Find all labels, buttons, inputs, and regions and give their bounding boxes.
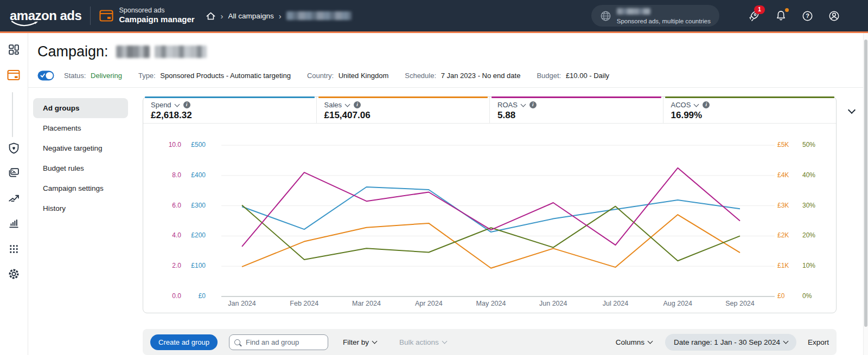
line-roas bbox=[242, 168, 740, 247]
line-sales bbox=[242, 215, 740, 268]
schedule-field: Schedule: 7 Jan 2023 - No end date bbox=[405, 72, 520, 80]
chevron-down-icon bbox=[648, 339, 653, 344]
acos-axis-tick: 20% bbox=[802, 231, 825, 239]
info-icon[interactable] bbox=[529, 101, 537, 108]
top-header: amazon ads Sponsored ads Campaign manage… bbox=[0, 0, 868, 31]
sidebar-item-settings[interactable] bbox=[7, 267, 21, 281]
bulk-actions-label: Bulk actions bbox=[399, 338, 439, 346]
sidebar-item-creative-assets[interactable] bbox=[7, 166, 21, 180]
budget-value: £10.00 - Daily bbox=[566, 72, 609, 80]
nav-item-budget-rules[interactable]: Budget rules bbox=[33, 158, 128, 178]
sales-axis-tick: £1K bbox=[777, 262, 800, 269]
x-axis-month-label: Apr 2024 bbox=[407, 300, 450, 307]
acos-axis-tick: 30% bbox=[802, 202, 825, 209]
type-value: Sponsored Products - Automatic targeting bbox=[160, 72, 291, 80]
home-icon bbox=[206, 11, 216, 21]
spend-axis-tick: £400 bbox=[183, 171, 206, 179]
breadcrumb-campaign-name-redacted[interactable] bbox=[286, 11, 352, 20]
help-button[interactable]: ? bbox=[802, 10, 813, 22]
acos-axis-tick: 50% bbox=[802, 141, 825, 149]
scrollbar-thumb[interactable] bbox=[864, 40, 867, 327]
date-range-dropdown[interactable]: Date range: 1 Jan - 30 Sep 2024 bbox=[665, 334, 796, 351]
sidebar-item-apps[interactable] bbox=[7, 242, 21, 256]
collapse-chart-button[interactable] bbox=[845, 105, 854, 115]
campaign-manager-active-icon bbox=[7, 69, 20, 81]
sidebar-item-campaign-manager[interactable] bbox=[7, 68, 21, 82]
metric-value: £2,618.32 bbox=[151, 110, 316, 121]
chevron-down-icon bbox=[783, 339, 789, 344]
chevron-down-icon[interactable] bbox=[520, 101, 526, 107]
create-ad-group-button[interactable]: Create ad group bbox=[150, 334, 218, 350]
breadcrumb-all-campaigns[interactable]: All campaigns bbox=[228, 12, 274, 20]
amazon-smile-icon bbox=[11, 21, 40, 27]
whats-new-button[interactable]: 1 bbox=[748, 10, 760, 22]
x-axis-month-label: May 2024 bbox=[469, 300, 513, 307]
breadcrumb-home[interactable] bbox=[206, 11, 216, 21]
help-icon: ? bbox=[802, 10, 813, 22]
nav-item-negative-targeting[interactable]: Negative targeting bbox=[33, 138, 128, 158]
nav-item-history[interactable]: History bbox=[33, 198, 128, 218]
amazon-ads-logo[interactable]: amazon ads bbox=[10, 8, 81, 23]
sidebar-item-dashboard[interactable] bbox=[7, 42, 21, 56]
metric-card-sales[interactable]: Sales £15,407.06 bbox=[316, 97, 490, 123]
sidebar-item-insights[interactable] bbox=[7, 191, 21, 205]
search-input[interactable] bbox=[245, 338, 323, 347]
sidebar-item-measurement[interactable] bbox=[7, 216, 21, 230]
columns-dropdown[interactable]: Columns bbox=[616, 338, 652, 346]
nav-item-ad-groups[interactable]: Ad groups bbox=[33, 98, 128, 118]
account-name-redacted bbox=[617, 8, 650, 15]
budget-field: Budget: £10.00 - Daily bbox=[537, 72, 609, 80]
campaign-name-redacted bbox=[116, 46, 150, 58]
nav-item-placements[interactable]: Placements bbox=[33, 118, 128, 138]
chevron-down-icon[interactable] bbox=[345, 101, 350, 107]
spend-axis-tick: £100 bbox=[183, 262, 206, 269]
band-divider bbox=[28, 87, 868, 88]
metric-card-roas[interactable]: ROAS 5.88 bbox=[489, 97, 663, 123]
type-label: Type: bbox=[138, 72, 156, 80]
nav-item-campaign-settings[interactable]: Campaign settings bbox=[33, 178, 128, 198]
account-menu-button[interactable] bbox=[828, 10, 840, 22]
breadcrumb-separator bbox=[279, 11, 282, 21]
info-icon[interactable] bbox=[354, 101, 361, 108]
info-icon[interactable] bbox=[703, 101, 710, 108]
roas-axis-tick: 0.0 bbox=[158, 292, 181, 300]
app-title-block[interactable]: Sponsored ads Campaign manager bbox=[119, 7, 194, 25]
account-selector[interactable]: Sponsored ads, multiple countries bbox=[591, 5, 719, 27]
info-icon[interactable] bbox=[183, 101, 190, 108]
metric-card-spend[interactable]: Spend £2,618.32 bbox=[143, 97, 316, 123]
chevron-down-icon bbox=[442, 339, 447, 344]
spend-axis-tick: £200 bbox=[183, 231, 206, 239]
x-axis-month-label: Jan 2024 bbox=[220, 300, 264, 307]
chevron-down-icon[interactable] bbox=[174, 101, 180, 107]
filter-by-dropdown[interactable]: Filter by bbox=[343, 338, 376, 346]
country-label: Country: bbox=[307, 72, 334, 80]
x-axis-month-label: Sep 2024 bbox=[718, 300, 762, 307]
date-range-label: Date range: 1 Jan - 30 Sep 2024 bbox=[674, 338, 780, 346]
apps-grid-icon bbox=[8, 243, 20, 255]
metric-value: £15,407.06 bbox=[324, 110, 490, 121]
roas-axis-tick: 10.0 bbox=[158, 141, 181, 149]
acos-axis-tick: 40% bbox=[802, 171, 825, 179]
chevron-down-icon[interactable] bbox=[694, 101, 699, 107]
export-label: Export bbox=[808, 338, 829, 346]
sidebar-item-brand-protection[interactable] bbox=[7, 141, 21, 155]
x-axis-month-label: Feb 2024 bbox=[283, 300, 326, 307]
metric-card-acos[interactable]: ACOS 16.99% bbox=[663, 97, 837, 123]
breadcrumb-separator bbox=[221, 11, 224, 21]
notifications-button[interactable] bbox=[775, 10, 787, 22]
spend-axis-tick: £0 bbox=[183, 292, 206, 300]
notification-count-badge: 1 bbox=[754, 5, 765, 14]
roas-axis-tick: 4.0 bbox=[158, 231, 181, 239]
insights-icon bbox=[8, 192, 20, 205]
page-scrollbar[interactable] bbox=[863, 33, 868, 355]
schedule-value: 7 Jan 2023 - No end date bbox=[441, 72, 521, 80]
x-axis-month-label: Jul 2024 bbox=[594, 300, 637, 307]
export-button[interactable]: Export bbox=[808, 338, 829, 346]
chart-canvas bbox=[143, 123, 836, 313]
app-subtitle: Sponsored ads bbox=[119, 7, 194, 15]
bulk-actions-dropdown[interactable]: Bulk actions bbox=[399, 338, 446, 346]
ad-group-search[interactable] bbox=[229, 334, 328, 350]
svg-text:?: ? bbox=[806, 12, 809, 19]
campaign-enabled-toggle[interactable] bbox=[37, 70, 54, 81]
app-title: Campaign manager bbox=[119, 15, 194, 25]
